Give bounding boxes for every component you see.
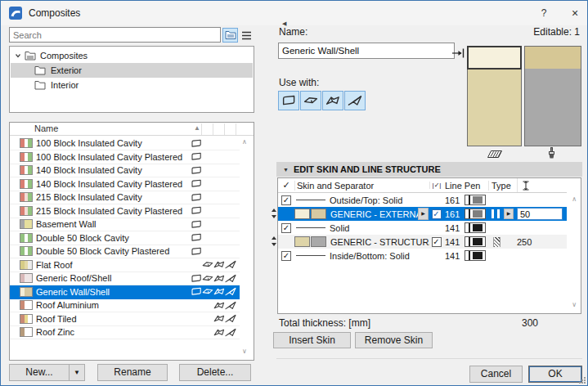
skin-row[interactable]: GENERIC - EXTERNAL CLAD...▶✓161▶ (278, 207, 567, 221)
composite-list-item[interactable]: Roof Tiled (10, 312, 240, 326)
search-input[interactable] (9, 27, 221, 43)
composite-list-item[interactable]: Flat Roof (10, 258, 240, 272)
composite-list-item[interactable]: 100 Block Insulated Cavity Plastered (10, 150, 240, 164)
preview-surface[interactable] (524, 46, 581, 146)
cut-lines-checkbox[interactable]: ✓ (432, 209, 442, 219)
composite-list-item[interactable]: 140 Block Insulated Cavity Plastered (10, 177, 240, 191)
roof-availability-cell (213, 152, 225, 162)
line-pen-value[interactable]: 161 (443, 195, 465, 205)
cut-lines-checkbox[interactable]: ✓ (432, 237, 442, 247)
separator-row[interactable]: ✓Solid141 (278, 221, 567, 235)
separator-checkbox[interactable]: ✓ (281, 195, 291, 205)
skin-flyout-button[interactable]: ▶ (418, 208, 429, 220)
use-with-shell-toggle[interactable] (344, 91, 366, 110)
folder-tree: Composites Exterior Interior (9, 46, 254, 113)
skin-row[interactable]: GENERIC - STRUCTURAL✓141250 (278, 235, 567, 249)
list-view-button[interactable] (239, 28, 254, 43)
availability-icons (191, 300, 238, 310)
remove-skin-button[interactable]: Remove Skin (355, 332, 433, 348)
new-button[interactable]: New... (9, 364, 70, 381)
use-with-slab-toggle[interactable] (300, 91, 321, 110)
pen-preview-cell[interactable] (465, 222, 488, 233)
line-pen-value[interactable]: 141 (443, 223, 465, 233)
name-column-header[interactable]: Name (34, 123, 58, 133)
composite-name: 140 Block Insulated Cavity Plastered (36, 179, 191, 189)
skin-drag-handle[interactable] (271, 209, 276, 218)
composites-list: Name ▲ 100 Block Insulated Cavity100 Blo… (9, 122, 254, 361)
roof-icon (213, 301, 225, 310)
close-button[interactable]: × (563, 4, 586, 22)
composite-list-item[interactable]: Generic Wall/Shell (10, 285, 240, 299)
separator-checkbox[interactable]: ✓ (281, 223, 291, 233)
composite-name-field[interactable] (278, 43, 455, 59)
wall-availability-cell (191, 192, 202, 202)
skin-drag-handle[interactable] (271, 236, 276, 246)
list-scrollbar[interactable]: ∧ ∨ (240, 137, 253, 359)
preview-skin[interactable] (468, 69, 521, 146)
preview-skin[interactable] (525, 69, 581, 146)
separator-row[interactable]: ✓Outside/Top: Solid161 (278, 193, 567, 207)
line-pen-value[interactable]: 161 (443, 209, 465, 219)
composite-list-item[interactable]: Roof Aluminium (10, 298, 240, 312)
edit-skin-section-header[interactable]: ▼ EDIT SKIN AND LINE STRUCTURE (276, 162, 582, 177)
roof-availability-cell (213, 206, 225, 216)
thickness-input[interactable] (517, 208, 563, 220)
separator-row[interactable]: ✓Inside/Bottom: Solid141 (278, 249, 567, 263)
composite-list-item[interactable]: Generic Roof/Shell (10, 272, 240, 285)
thickness-value[interactable]: 250 (517, 237, 532, 247)
tree-item-exterior[interactable]: Exterior (11, 63, 253, 78)
list-header[interactable]: Name ▲ (10, 123, 254, 136)
resize-grip[interactable] (579, 377, 586, 384)
composite-thumbnail (20, 260, 33, 270)
wall-icon (191, 139, 202, 148)
preview-skin[interactable] (525, 47, 581, 69)
use-with-wall-toggle[interactable] (278, 91, 299, 110)
slab-availability-cell (202, 219, 213, 229)
cancel-button[interactable]: Cancel (469, 366, 523, 383)
roof-availability-cell (213, 327, 225, 337)
composite-list-item[interactable]: Roof Zinc (10, 325, 240, 339)
rename-button[interactable]: Rename (97, 364, 168, 381)
composite-list-item[interactable]: 215 Block Insulated Cavity (10, 191, 240, 204)
wall-availability-cell (191, 138, 202, 148)
availability-icons (191, 179, 238, 189)
wall-availability-cell (191, 219, 202, 229)
skin-table-header: ✓ Skin and Separator |✓| Line Pen Type (278, 178, 567, 193)
composite-list-item[interactable]: 215 Block Insulated Cavity Plastered (10, 204, 240, 218)
line-pen-value[interactable]: 141 (443, 251, 465, 261)
composite-list-item[interactable]: Basement Wall (10, 218, 240, 231)
composite-list-item[interactable]: Double 50 Block Cavity (10, 231, 240, 245)
composite-list-item[interactable]: Double 50 Block Cavity Plastered (10, 245, 240, 258)
table-scroll-down-arrow[interactable]: ∨ (572, 302, 577, 308)
composite-thumbnail (20, 219, 33, 229)
scroll-up-arrow[interactable]: ∧ (242, 139, 247, 146)
line-pen-value[interactable]: 141 (443, 237, 465, 247)
use-with-roof-toggle[interactable] (322, 91, 343, 110)
composite-list-item[interactable]: 140 Block Insulated Cavity (10, 164, 240, 177)
shell-icon (225, 301, 236, 310)
preview-cut-fill[interactable] (467, 46, 522, 146)
insert-skin-button[interactable]: Insert Skin (273, 332, 351, 348)
pen-preview-cell[interactable] (465, 209, 488, 219)
wall-availability-cell (191, 287, 202, 297)
help-button[interactable]: ? (532, 4, 555, 22)
composite-list-item[interactable]: 100 Block Insulated Cavity (10, 137, 240, 150)
tree-item-composites[interactable]: Composites (11, 48, 253, 63)
cut-lines-cell: ✓ (429, 209, 443, 219)
folder-view-button[interactable] (222, 28, 238, 43)
scroll-down-arrow[interactable]: ∨ (242, 348, 247, 355)
ok-button[interactable]: OK (528, 366, 582, 383)
table-scroll-up-arrow[interactable]: ∧ (572, 196, 577, 203)
preview-skin[interactable] (468, 47, 521, 69)
type-dropdown-button[interactable]: ▶ (504, 209, 514, 219)
delete-button[interactable]: Delete... (179, 364, 251, 381)
pen-preview-cell[interactable] (465, 250, 488, 261)
tree-item-interior[interactable]: Interior (11, 78, 253, 92)
separator-checkbox[interactable]: ✓ (281, 251, 291, 261)
pen-preview-cell[interactable] (465, 236, 488, 247)
new-dropdown-button[interactable]: ▼ (69, 364, 85, 381)
composite-name: Double 50 Block Cavity (36, 233, 191, 243)
chevron-down-icon[interactable] (14, 52, 22, 60)
pen-preview-cell[interactable] (465, 195, 488, 205)
sort-ascending-icon: ▲ (194, 124, 200, 132)
